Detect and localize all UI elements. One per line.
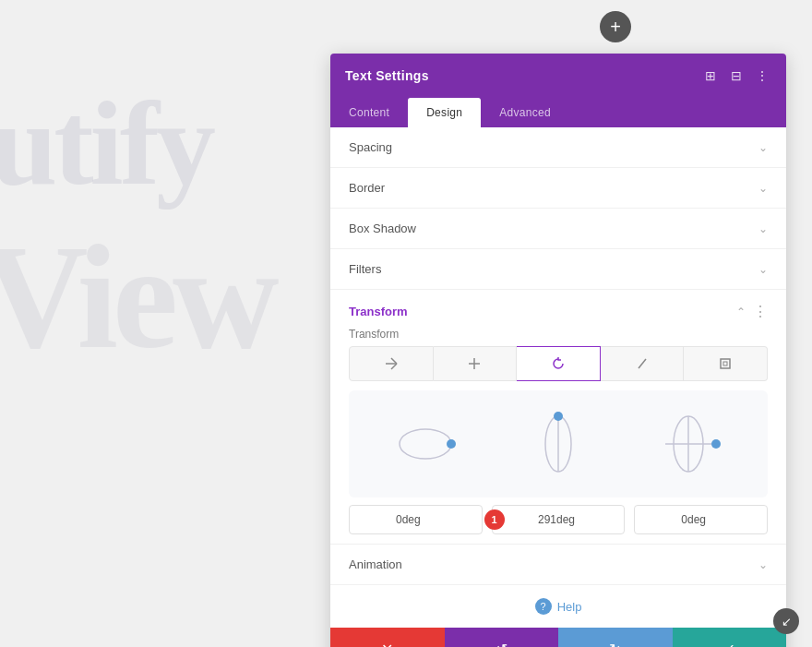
background-text: utifу View <box>0 0 332 647</box>
transform-translate-btn[interactable] <box>434 346 518 381</box>
add-button[interactable]: + <box>600 11 631 42</box>
border-section[interactable]: Border ⌄ <box>330 168 786 209</box>
svg-line-0 <box>391 358 397 364</box>
svg-point-12 <box>554 412 563 421</box>
add-button-container: + <box>600 11 631 42</box>
deg-input-z[interactable] <box>634 505 768 534</box>
panel-footer: ✕ ↺ ↻ ✓ <box>330 628 786 647</box>
transform-rotate-btn[interactable] <box>517 346 601 381</box>
panel-body: Spacing ⌄ Border ⌄ Box Shadow ⌄ Filters … <box>330 127 786 628</box>
transform-header-right: ⌃ ⋮ <box>736 303 768 320</box>
filters-section[interactable]: Filters ⌄ <box>330 249 786 290</box>
rot-visual-x <box>367 398 488 490</box>
border-chevron: ⌄ <box>758 182 768 195</box>
tab-content[interactable]: Content <box>330 98 408 127</box>
header-icons: ⊞ ⊟ ⋮ <box>701 66 771 85</box>
deg-input-x-wrap <box>349 505 483 534</box>
corner-icon: ↙ <box>773 608 799 634</box>
help-icon: ? <box>535 598 552 615</box>
transform-title: Transform <box>349 305 408 318</box>
degree-inputs: 1 <box>330 497 786 534</box>
border-label: Border <box>349 181 385 195</box>
filters-label: Filters <box>349 262 381 276</box>
deg-input-z-wrap <box>634 505 768 534</box>
svg-line-5 <box>639 359 646 368</box>
transform-chevron-up[interactable]: ⌃ <box>736 306 746 318</box>
tab-design[interactable]: Design <box>408 98 481 127</box>
transform-move-btn[interactable] <box>349 346 434 381</box>
filters-chevron: ⌄ <box>758 263 768 276</box>
transform-icons-row <box>330 346 786 390</box>
transform-scale-btn[interactable] <box>684 346 768 381</box>
spacing-section[interactable]: Spacing ⌄ <box>330 127 786 168</box>
spacing-chevron: ⌄ <box>758 141 768 154</box>
animation-section[interactable]: Animation ⌄ <box>330 545 786 585</box>
deg-input-y[interactable] <box>492 505 626 534</box>
help-text[interactable]: Help <box>557 600 582 614</box>
transform-section: Transform ⌃ ⋮ Transform <box>330 290 786 545</box>
transform-dots-menu[interactable]: ⋮ <box>753 303 768 320</box>
svg-point-16 <box>711 439 721 449</box>
deg-input-x[interactable] <box>349 505 483 534</box>
settings-panel: Text Settings ⊞ ⊟ ⋮ Content Design Advan… <box>330 54 786 647</box>
animation-label: Animation <box>349 557 402 571</box>
animation-chevron: ⌄ <box>758 558 768 571</box>
tabs: Content Design Advanced <box>330 98 786 127</box>
tab-advanced[interactable]: Advanced <box>481 98 569 127</box>
box-shadow-label: Box Shadow <box>349 222 416 235</box>
panel-header: Text Settings ⊞ ⊟ ⋮ <box>330 54 786 98</box>
rot-visual-z <box>628 398 749 490</box>
deg-input-y-wrap: 1 <box>492 505 626 534</box>
svg-line-1 <box>391 364 397 369</box>
svg-point-8 <box>400 429 451 459</box>
redo-button[interactable]: ↻ <box>558 628 673 647</box>
bg-line1: utifу <box>0 74 212 212</box>
bg-line2: View <box>0 212 274 383</box>
panel-title: Text Settings <box>345 68 429 83</box>
svg-rect-6 <box>721 359 730 368</box>
responsive-icon[interactable]: ⊞ <box>701 66 720 85</box>
rot-visual-y <box>497 398 618 490</box>
save-button[interactable]: ✓ <box>673 628 787 647</box>
svg-point-9 <box>447 439 456 449</box>
undo-button[interactable]: ↺ <box>445 628 559 647</box>
transform-header: Transform ⌃ ⋮ <box>330 290 786 328</box>
transform-sublabel: Transform <box>330 328 786 346</box>
deg-badge-y: 1 <box>484 509 505 530</box>
layout-icon[interactable]: ⊟ <box>727 66 746 85</box>
transform-skew-btn[interactable] <box>601 346 685 381</box>
cancel-button[interactable]: ✕ <box>330 628 445 647</box>
svg-rect-7 <box>723 362 727 365</box>
box-shadow-chevron: ⌄ <box>758 222 768 235</box>
spacing-label: Spacing <box>349 140 392 154</box>
help-row: ? Help <box>330 585 786 628</box>
more-icon[interactable]: ⋮ <box>753 66 771 85</box>
rotation-visuals <box>349 390 768 497</box>
box-shadow-section[interactable]: Box Shadow ⌄ <box>330 209 786 249</box>
